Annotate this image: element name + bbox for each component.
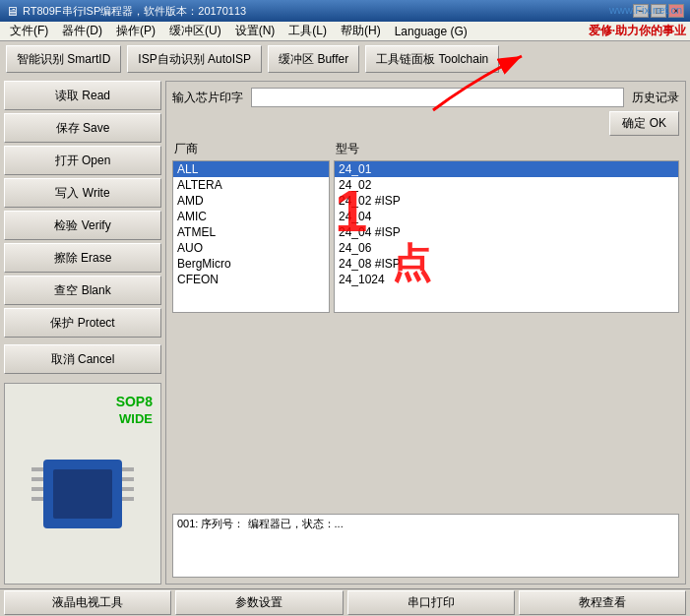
menu-settings[interactable]: 设置(N) — [229, 22, 282, 40]
title-bar: 🖥 RT809F串行ISP编程器，软件版本：20170113 − □ × — [0, 0, 690, 22]
auto-isp-button[interactable]: ISP自动识别 AutoISP — [127, 45, 262, 73]
list-item[interactable]: 24_08 #ISP — [335, 256, 678, 272]
pin — [122, 497, 134, 501]
list-item[interactable]: ALL — [173, 161, 329, 177]
cancel-button[interactable]: 取消 Cancel — [4, 344, 161, 374]
log-area: 001: 序列号： 编程器已，状态：... — [172, 514, 679, 578]
pin — [122, 477, 134, 481]
ok-button[interactable]: 确定 OK — [609, 111, 679, 136]
list-item[interactable]: 24_02 — [335, 177, 678, 193]
toolbar: 智能识别 SmartID ISP自动识别 AutoISP 缓冲区 Buffer … — [0, 41, 690, 77]
list-item[interactable]: 24_1024 — [335, 272, 678, 287]
chip-label-sop8: SOP8 — [116, 394, 153, 409]
blank-button[interactable]: 查空 Blank — [4, 276, 161, 305]
list-item[interactable]: ALTERA — [173, 177, 329, 193]
menu-language[interactable]: Language (G) — [389, 24, 473, 39]
chip-input[interactable] — [251, 88, 624, 107]
serial-print-button[interactable]: 串口打印 — [347, 590, 515, 615]
pin — [122, 487, 134, 491]
window-title: RT809F串行ISP编程器，软件版本：20170113 — [23, 4, 246, 19]
pin — [122, 467, 134, 471]
history-label: 历史记录 — [632, 90, 679, 106]
write-button[interactable]: 写入 Write — [4, 178, 161, 208]
chip-pins-right — [122, 467, 134, 501]
bottom-bar: 液晶电视工具 参数设置 串口打印 教程查看 — [0, 588, 690, 616]
brand-text: 爱修·助力你的事业 — [589, 23, 686, 39]
chip-pins-left — [31, 467, 43, 501]
chip-image: SOP8 WIDE — [4, 383, 161, 585]
list-item[interactable]: 24_06 — [335, 240, 678, 256]
menu-file[interactable]: 文件(F) — [4, 22, 54, 40]
manufacturer-list[interactable]: ALL ALTERA AMD AMIC ATMEL AUO BergMicro … — [172, 160, 330, 313]
pin — [31, 487, 43, 491]
menu-buffer[interactable]: 缓冲区(U) — [163, 22, 227, 40]
lists-container: 厂商 ALL ALTERA AMD AMIC ATMEL AUO BergMic… — [172, 140, 679, 510]
list-item[interactable]: AMD — [173, 193, 329, 209]
pin — [31, 477, 43, 481]
list-item[interactable]: AUO — [173, 240, 329, 256]
erase-button[interactable]: 擦除 Erase — [4, 243, 161, 273]
pin — [31, 467, 43, 471]
menu-help[interactable]: 帮助(H) — [335, 22, 387, 40]
save-button[interactable]: 保存 Save — [4, 113, 161, 143]
buffer-button[interactable]: 缓冲区 Buffer — [268, 45, 359, 73]
open-button[interactable]: 打开 Open — [4, 146, 161, 175]
model-list[interactable]: 24_01 24_02 24_02 #ISP 24_04 24_04 #ISP … — [334, 160, 679, 313]
model-header: 型号 — [334, 140, 679, 158]
read-button[interactable]: 读取 Read — [4, 81, 161, 110]
pin — [31, 497, 43, 501]
list-item[interactable]: ATMEL — [173, 224, 329, 240]
manufacturer-header: 厂商 — [172, 140, 330, 158]
chip-body — [43, 460, 122, 528]
left-panel: 读取 Read 保存 Save 打开 Open 写入 Write 检验 Veri… — [4, 81, 161, 585]
log-text: 001: 序列号： 编程器已，状态：... — [177, 518, 344, 529]
input-row: 输入芯片印字 历史记录 — [172, 88, 679, 107]
lcd-tool-button[interactable]: 液晶电视工具 — [4, 590, 171, 615]
menu-operation[interactable]: 操作(P) — [110, 22, 161, 40]
list-item[interactable]: 24_01 — [335, 161, 678, 177]
watermark: www.Fix.net.cn — [609, 4, 682, 16]
model-container: 型号 24_01 24_02 24_02 #ISP 24_04 24_04 #I… — [334, 140, 679, 510]
verify-button[interactable]: 检验 Verify — [4, 211, 161, 240]
menu-device[interactable]: 器件(D) — [56, 22, 108, 40]
chip-label-wide: WIDE — [119, 411, 153, 426]
list-item[interactable]: CFEON — [173, 272, 329, 287]
toolchain-button[interactable]: 工具链面板 Toolchain — [365, 45, 499, 73]
menu-bar: 文件(F) 器件(D) 操作(P) 缓冲区(U) 设置(N) 工具(L) 帮助(… — [0, 22, 690, 41]
list-item[interactable]: 24_04 #ISP — [335, 224, 678, 240]
input-label: 输入芯片印字 — [172, 90, 243, 106]
menu-tools[interactable]: 工具(L) — [282, 22, 333, 40]
list-item[interactable]: 24_04 — [335, 209, 678, 224]
right-panel: 输入芯片印字 历史记录 确定 OK 厂商 ALL ALTE — [165, 81, 686, 585]
smart-id-button[interactable]: 智能识别 SmartID — [6, 45, 121, 73]
list-item[interactable]: AMIC — [173, 209, 329, 224]
protect-button[interactable]: 保护 Protect — [4, 308, 161, 338]
list-item[interactable]: BergMicro — [173, 256, 329, 272]
param-set-button[interactable]: 参数设置 — [175, 590, 343, 615]
tutorial-button[interactable]: 教程查看 — [519, 590, 686, 615]
main-content: 读取 Read 保存 Save 打开 Open 写入 Write 检验 Veri… — [0, 77, 690, 588]
list-item[interactable]: 24_02 #ISP — [335, 193, 678, 209]
manufacturer-container: 厂商 ALL ALTERA AMD AMIC ATMEL AUO BergMic… — [172, 140, 330, 510]
